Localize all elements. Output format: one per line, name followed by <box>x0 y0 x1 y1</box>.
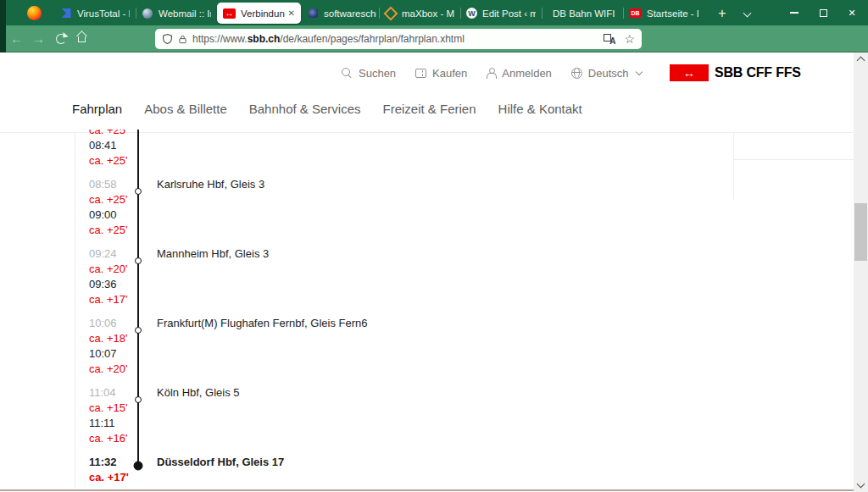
globe-icon <box>571 68 582 79</box>
login-link[interactable]: Anmelden <box>487 67 552 80</box>
delay-row: ca. +25' <box>0 153 854 169</box>
delay-row: ca. +16' <box>0 431 854 446</box>
nav-item-fahrplan[interactable]: Fahrplan <box>72 102 122 116</box>
buy-link[interactable]: Kaufen <box>415 67 467 80</box>
forward-icon[interactable]: → <box>32 31 45 46</box>
search-icon <box>342 68 353 79</box>
address-bar[interactable]: https://www.sbb.ch/de/kaufen/pages/fahrp… <box>155 29 642 49</box>
time-value: 08:41 <box>89 138 117 153</box>
time-row: 11:11 <box>0 416 854 431</box>
tab-title: Startseite - ICE P <box>647 8 698 19</box>
reload-icon[interactable] <box>56 34 66 44</box>
webmail-icon <box>142 8 153 19</box>
time-row: 09:24Mannheim Hbf, Gleis 3 <box>0 246 854 262</box>
timeline-node <box>134 462 143 471</box>
maxbox-icon <box>385 8 397 19</box>
station-label: Karlsruhe Hbf, Gleis 3 <box>157 177 264 192</box>
page-scrollbar[interactable] <box>854 53 868 492</box>
time-value: 09:24 <box>89 246 117 262</box>
tab-title: Edit Post ‹ maXb <box>482 8 536 19</box>
time-row: 09:36 <box>0 277 854 292</box>
ticket-icon <box>415 69 426 78</box>
back-icon[interactable]: ← <box>10 31 23 46</box>
station-label: Düsseldorf Hbf, Gleis 17 <box>157 455 284 470</box>
wordpress-icon <box>466 8 477 19</box>
lock-icon[interactable] <box>178 34 187 45</box>
tab-list-chevron-icon[interactable] <box>739 9 756 19</box>
db-icon <box>629 8 642 18</box>
delay-row: ca. +20' <box>0 362 854 377</box>
browser-tab[interactable]: Verbindung | S✕ <box>217 3 301 24</box>
tab-close-icon[interactable]: ✕ <box>288 8 295 18</box>
translate-icon[interactable] <box>604 34 615 45</box>
time-value: 08:58 <box>89 177 117 192</box>
nav-item-freizeit-ferien[interactable]: Freizeit & Ferien <box>383 102 476 116</box>
journey-stop: 11:04Köln Hbf, Gleis 5ca. +15'11:11ca. +… <box>0 385 854 446</box>
time-row: 11:32Düsseldorf Hbf, Gleis 17 <box>0 455 854 470</box>
minimize-button[interactable] <box>780 0 809 25</box>
journey-stop: 09:24Mannheim Hbf, Gleis 3ca. +20'09:36c… <box>0 246 854 307</box>
browser-tab[interactable]: VirusTotal - File <box>54 3 136 24</box>
user-icon <box>487 68 496 79</box>
journey-stop: 08:58Karlsruhe Hbf, Gleis 3ca. +25'09:00… <box>0 177 854 238</box>
close-button[interactable]: ✕ <box>837 0 866 25</box>
scroll-up-icon[interactable] <box>857 57 865 65</box>
maximize-button[interactable] <box>809 0 837 25</box>
tab-title: VirusTotal - File <box>77 8 130 19</box>
delay-row: ca. +20' <box>0 262 854 277</box>
time-row: 08:58Karlsruhe Hbf, Gleis 3 <box>0 177 854 192</box>
timeline-node <box>135 257 142 264</box>
timeline-node <box>135 327 142 334</box>
browser-tab-bar: VirusTotal - FileWebmail :: InboxVerbind… <box>0 0 868 25</box>
chevron-down-icon <box>635 68 642 75</box>
nav-item-hilfe-kontakt[interactable]: Hilfe & Kontakt <box>498 102 582 116</box>
delay-value: ca. +25' <box>89 130 128 138</box>
delay-row: ca. +15' <box>0 401 854 416</box>
home-icon[interactable] <box>78 36 86 42</box>
delay-value: ca. +20' <box>89 362 128 377</box>
scrollbar-thumb[interactable] <box>854 203 867 261</box>
timeline-node <box>135 188 142 195</box>
nav-item-bahnhof-services[interactable]: Bahnhof & Services <box>249 102 361 116</box>
time-row: 08:41 <box>0 138 854 153</box>
virustotal-icon <box>60 8 72 19</box>
browser-tab[interactable]: Webmail :: Inbox <box>136 3 217 24</box>
browser-tab[interactable]: Startseite - ICE P <box>623 3 704 24</box>
nav-item-abos-billette[interactable]: Abos & Billette <box>144 102 227 116</box>
delay-value: ca. +15' <box>89 401 128 416</box>
delay-row: ca. +25' <box>0 223 854 238</box>
time-row: 10:06Frankfurt(M) Flughafen Fernbf, Glei… <box>0 316 854 331</box>
page-bottom-border <box>0 489 868 491</box>
journey-timeline: ca. +25'08:41ca. +25'08:58Karlsruhe Hbf,… <box>0 130 854 489</box>
station-label: Mannheim Hbf, Gleis 3 <box>157 246 269 262</box>
browser-tab[interactable]: Edit Post ‹ maXb <box>460 3 542 24</box>
browser-tab[interactable]: maXbox - Mana <box>379 3 460 24</box>
sbb-icon <box>223 8 236 19</box>
url-text[interactable]: https://www.sbb.ch/de/kaufen/pages/fahrp… <box>192 33 604 45</box>
journey-stop: 11:32Düsseldorf Hbf, Gleis 17ca. +17' <box>0 455 854 485</box>
time-value: 10:06 <box>89 316 117 331</box>
sbb-logo-icon <box>670 64 709 81</box>
firefox-logo-icon[interactable] <box>27 6 42 20</box>
time-value: 09:00 <box>89 207 117 223</box>
journey-stop: ca. +25'08:41ca. +25' <box>0 130 854 169</box>
tab-title: Verbindung | S <box>241 8 285 19</box>
window-edge <box>0 0 6 53</box>
sbb-logo[interactable]: SBB CFF FFS <box>670 64 801 81</box>
browser-tab[interactable]: DB Bahn WIFI <box>542 3 623 24</box>
bookmark-star-icon[interactable]: ☆ <box>624 33 635 45</box>
browser-tab[interactable]: softwareschule.c <box>301 3 382 24</box>
language-selector[interactable]: Deutsch <box>571 67 642 80</box>
window-controls: ✕ <box>780 0 866 25</box>
tab-title: DB Bahn WIFI <box>553 8 617 19</box>
shield-icon[interactable] <box>162 33 173 45</box>
timeline-node <box>135 396 142 403</box>
search-link[interactable]: Suchen <box>342 67 396 80</box>
scroll-down-icon[interactable] <box>857 480 865 489</box>
sbb-page: Suchen Kaufen Anmelden Deutsch SBB CFF F… <box>0 53 868 492</box>
delay-value: ca. +17' <box>89 470 129 485</box>
new-tab-button[interactable]: + <box>712 3 732 24</box>
delay-value: ca. +18' <box>89 331 128 346</box>
delay-row: ca. +25' <box>0 130 854 138</box>
delay-value: ca. +20' <box>89 262 128 277</box>
